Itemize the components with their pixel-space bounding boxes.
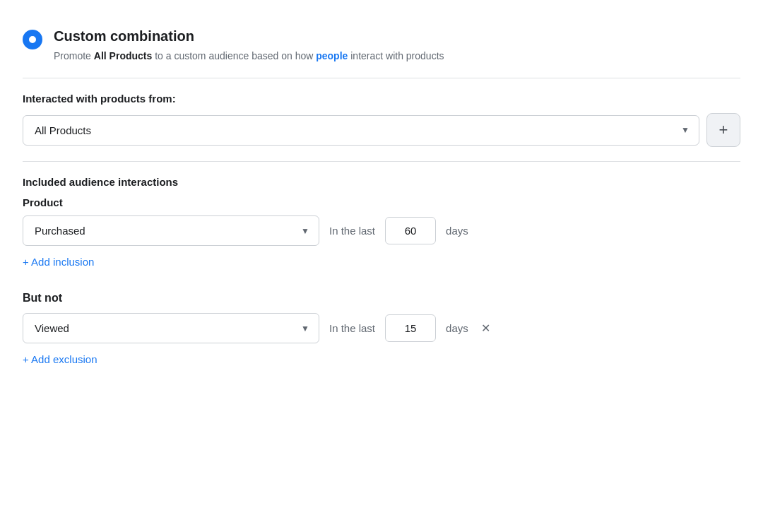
exclusion-in-the-last-label: In the last (329, 322, 375, 334)
header-divider (23, 78, 740, 78)
included-section: Included audience interactions Product P… (23, 176, 740, 285)
product-subsection-label: Product (23, 196, 740, 208)
exclusion-days-input[interactable] (385, 314, 436, 342)
inclusion-in-the-last-label: In the last (329, 225, 375, 237)
inclusion-days-label: days (446, 225, 468, 237)
add-product-icon: + (719, 121, 728, 139)
header-row: Custom combination Promote All Products … (23, 28, 740, 64)
exclusion-remove-icon[interactable]: ✕ (481, 321, 490, 335)
title-block: Custom combination Promote All Products … (54, 28, 740, 64)
products-select[interactable]: All Products (23, 115, 699, 146)
inclusion-days-input[interactable] (385, 217, 436, 244)
products-section-label: Interacted with products from: (23, 93, 740, 105)
add-exclusion-link[interactable]: + Add exclusion (23, 353, 97, 365)
add-product-button[interactable]: + (706, 113, 740, 147)
page-container: Custom combination Promote All Products … (23, 17, 740, 394)
exclusion-action-select[interactable]: Viewed Purchased Added to cart (23, 313, 319, 343)
products-row: All Products ▼ + (23, 113, 740, 147)
subtitle-middle: to a custom audience based on how (152, 50, 316, 61)
subtitle-prefix: Promote (54, 50, 94, 61)
products-divider (23, 161, 740, 162)
inclusion-row: Purchased Viewed Added to cart ▼ In the … (23, 215, 740, 246)
people-link[interactable]: people (316, 50, 348, 61)
exclusion-row: Viewed Purchased Added to cart ▼ In the … (23, 313, 740, 343)
exclusion-select-wrapper: Viewed Purchased Added to cart ▼ (23, 313, 319, 343)
subtitle-bold: All Products (94, 50, 152, 61)
excluded-section: But not Viewed Purchased Added to cart ▼… (23, 292, 740, 382)
included-section-label: Included audience interactions (23, 176, 740, 188)
inclusion-action-select[interactable]: Purchased Viewed Added to cart (23, 215, 319, 246)
products-select-wrapper: All Products ▼ (23, 115, 699, 146)
subtitle: Promote All Products to a custom audienc… (54, 49, 740, 64)
subtitle-suffix: interact with products (348, 50, 444, 61)
exclusion-days-label: days (446, 322, 468, 334)
main-title: Custom combination (54, 28, 740, 45)
radio-button[interactable] (23, 30, 42, 49)
add-inclusion-link[interactable]: + Add inclusion (23, 256, 94, 268)
but-not-label: But not (23, 292, 740, 305)
inclusion-select-wrapper: Purchased Viewed Added to cart ▼ (23, 215, 319, 246)
products-section: Interacted with products from: All Produ… (23, 93, 740, 147)
radio-inner (29, 36, 36, 43)
